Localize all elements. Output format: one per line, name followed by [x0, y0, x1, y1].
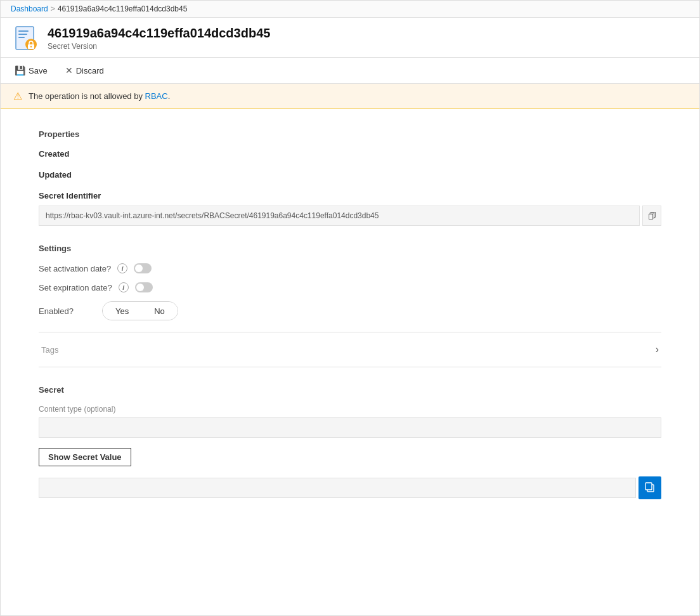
enabled-label: Enabled?: [39, 306, 89, 316]
warning-icon: ⚠: [13, 90, 22, 102]
secret-title: Secret: [39, 385, 661, 395]
content-type-label: Content type (optional): [39, 405, 661, 414]
content-type-input[interactable]: [39, 417, 661, 438]
alert-message: The operation is not allowed by RBAC.: [29, 91, 170, 101]
secret-identifier-input: [39, 206, 640, 226]
show-secret-container: Show Secret Value: [39, 448, 661, 476]
activation-toggle[interactable]: [134, 263, 152, 273]
svg-rect-8: [645, 483, 652, 490]
copy-blue-icon: [645, 482, 655, 494]
page-title: 461919a6a94c4c119effa014dcd3db45: [48, 25, 270, 41]
svg-point-6: [30, 46, 32, 47]
activation-date-label: Set activation date?: [39, 264, 111, 273]
header-title-block: 461919a6a94c4c119effa014dcd3db45 Secret …: [48, 25, 270, 51]
activation-toggle-knob: [135, 265, 143, 272]
breadcrumb-current: 461919a6a94c4c119effa014dcd3db45: [58, 4, 188, 13]
secret-value-input[interactable]: [39, 478, 636, 498]
page-header: 461919a6a94c4c119effa014dcd3db45 Secret …: [1, 18, 699, 58]
settings-section: Settings Set activation date? i Set expi…: [39, 244, 661, 367]
secret-identifier-field: Secret Identifier 🗍: [39, 191, 661, 226]
breadcrumb-dashboard-link[interactable]: Dashboard: [11, 4, 48, 13]
svg-rect-3: [18, 37, 25, 38]
created-field: Created: [39, 149, 661, 159]
secret-identifier-label: Secret Identifier: [39, 191, 661, 200]
content-area: Properties Created Updated Secret Identi…: [1, 109, 699, 615]
activation-info-icon[interactable]: i: [117, 263, 127, 273]
no-option[interactable]: No: [141, 302, 178, 320]
tags-placeholder: Tags: [41, 345, 58, 355]
tags-row[interactable]: Tags ›: [39, 337, 661, 362]
expiration-toggle[interactable]: [135, 282, 153, 292]
save-button[interactable]: 💾 Save: [11, 63, 51, 78]
copy-identifier-button[interactable]: 🗍: [642, 206, 661, 226]
rbac-link[interactable]: RBAC: [145, 91, 168, 101]
secret-value-field: [39, 476, 661, 499]
identifier-container: 🗍: [39, 206, 661, 226]
copy-secret-button[interactable]: [638, 476, 661, 499]
toolbar: 💾 Save ✕ Discard: [1, 58, 699, 84]
expiration-info-icon[interactable]: i: [119, 282, 129, 292]
page-subtitle: Secret Version: [48, 42, 270, 51]
secret-version-icon: [13, 25, 39, 51]
expiration-date-row: Set expiration date? i: [39, 282, 661, 292]
settings-title: Settings: [39, 244, 661, 253]
enabled-row: Enabled? Yes No: [39, 301, 661, 320]
alert-banner: ⚠ The operation is not allowed by RBAC.: [1, 84, 699, 109]
secret-section: Secret Content type (optional) Show Secr…: [39, 385, 661, 499]
discard-button[interactable]: ✕ Discard: [62, 63, 108, 78]
show-secret-button[interactable]: Show Secret Value: [39, 448, 131, 466]
discard-icon: ✕: [65, 65, 73, 75]
yes-option[interactable]: Yes: [103, 302, 141, 320]
divider-2: [39, 367, 661, 367]
breadcrumb: Dashboard > 461919a6a94c4c119effa014dcd3…: [1, 1, 699, 18]
created-label: Created: [39, 149, 661, 159]
expiration-toggle-knob: [136, 284, 144, 291]
expiration-date-label: Set expiration date?: [39, 283, 112, 292]
properties-title: Properties: [39, 129, 661, 139]
yes-no-toggle[interactable]: Yes No: [102, 301, 178, 320]
properties-section: Properties Created Updated Secret Identi…: [39, 129, 661, 226]
breadcrumb-separator: >: [51, 4, 55, 13]
divider-1: [39, 332, 661, 332]
discard-label: Discard: [76, 66, 104, 75]
svg-rect-2: [18, 34, 27, 35]
updated-field: Updated: [39, 170, 661, 180]
save-label: Save: [29, 66, 48, 75]
chevron-right-icon: ›: [656, 344, 659, 355]
updated-label: Updated: [39, 170, 661, 180]
svg-rect-1: [18, 30, 29, 32]
save-icon: 💾: [15, 65, 25, 75]
copy-small-icon: 🗍: [648, 211, 656, 221]
activation-date-row: Set activation date? i: [39, 263, 661, 273]
